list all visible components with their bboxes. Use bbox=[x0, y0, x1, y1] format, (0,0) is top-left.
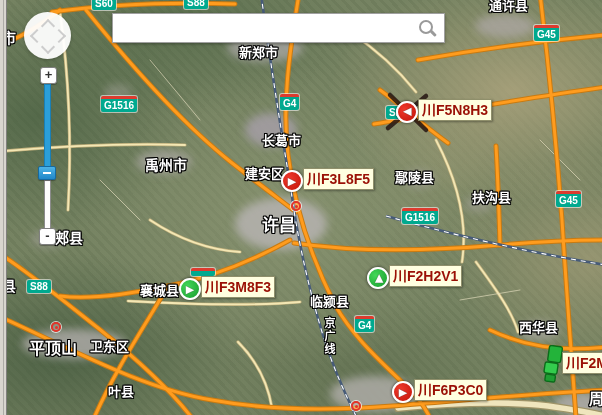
vehicle-plate-label[interactable]: 川F2M bbox=[562, 352, 602, 374]
vehicle-plate-label[interactable]: 川F2H2V1 bbox=[389, 265, 462, 287]
vehicle-marker[interactable]: ▶ bbox=[396, 101, 418, 123]
search-magnifier-icon[interactable] bbox=[419, 20, 436, 37]
pan-control[interactable] bbox=[24, 12, 71, 59]
vehicle-plate-label[interactable]: 川F3M8F3 bbox=[201, 276, 275, 298]
pan-up-arrow-icon[interactable] bbox=[41, 19, 55, 33]
pan-down-arrow-icon[interactable] bbox=[41, 40, 55, 54]
left-panel-edge bbox=[0, 0, 7, 415]
pan-left-arrow-icon[interactable] bbox=[30, 29, 44, 43]
vehicle-marker[interactable]: ▶ bbox=[281, 170, 303, 192]
zoom-out-button[interactable]: - bbox=[39, 228, 56, 245]
vehicle-markers-layer: ▶川F5N8H3▶川F3L8F5▶川F2H2V1▶川F3M8F3▶川F6P3C0… bbox=[0, 0, 602, 415]
pan-right-arrow-icon[interactable] bbox=[52, 29, 66, 43]
vehicle-heading-arrow-icon: ▶ bbox=[403, 107, 411, 118]
zoom-slider-handle[interactable] bbox=[38, 166, 56, 180]
vehicle-heading-arrow-icon: ▶ bbox=[186, 284, 194, 295]
zoom-in-button[interactable]: + bbox=[40, 67, 57, 84]
vehicle-plate-label[interactable]: 川F3L8F5 bbox=[303, 168, 374, 190]
vehicle-plate-label[interactable]: 川F5N8H3 bbox=[418, 99, 492, 121]
vehicle-heading-arrow-icon: ▶ bbox=[399, 387, 407, 398]
vehicle-marker[interactable]: ▶ bbox=[392, 381, 414, 403]
zoom-slider-track[interactable] bbox=[44, 84, 51, 167]
zoom-slider-track-lower[interactable] bbox=[44, 180, 51, 229]
vehicle-marker[interactable]: ▶ bbox=[367, 267, 389, 289]
vehicle-heading-arrow-icon: ▶ bbox=[288, 176, 296, 187]
vehicle-heading-arrow-icon: ▶ bbox=[373, 274, 384, 282]
map-window: S60S88G45G4G1516S25G45G1516S88G4 市新郑市通许县… bbox=[0, 0, 602, 415]
search-box bbox=[112, 13, 445, 43]
search-input[interactable] bbox=[117, 16, 421, 42]
vehicle-plate-label[interactable]: 川F6P3C0 bbox=[414, 379, 487, 401]
vehicle-marker[interactable]: ▶ bbox=[179, 278, 201, 300]
